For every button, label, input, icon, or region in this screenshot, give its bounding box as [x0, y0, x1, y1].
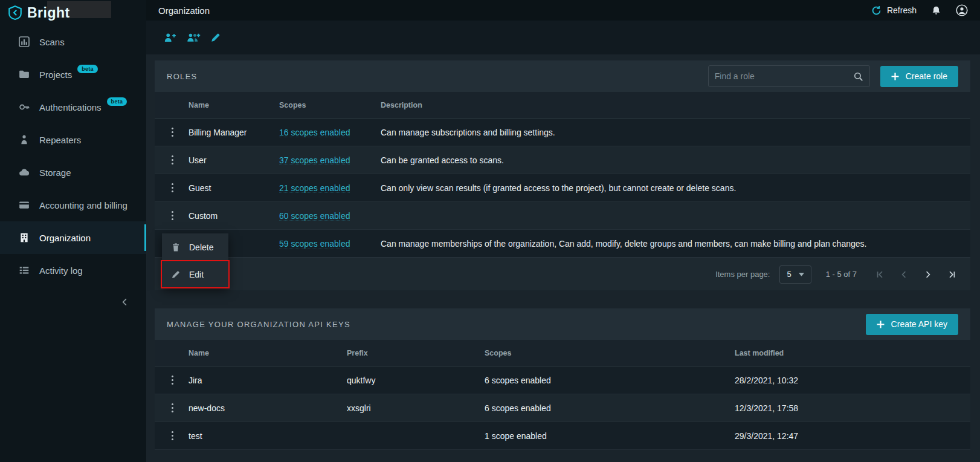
scopes-link[interactable]: 16 scopes enabled	[279, 128, 381, 137]
sidebar-item-activity-log[interactable]: Activity log	[0, 254, 146, 287]
plus-icon	[877, 320, 885, 328]
create-role-button[interactable]: Create role	[880, 66, 958, 87]
brand-shield-icon	[7, 5, 23, 21]
main-content: ROLES Create role Name Scopes Descriptio…	[146, 54, 980, 462]
column-description: Description	[381, 101, 970, 109]
brand-logo: Bright	[0, 0, 146, 25]
activity-log-icon	[18, 264, 30, 276]
first-page-button[interactable]	[875, 270, 885, 279]
role-description: Can only view scan results (if granted a…	[381, 183, 970, 193]
api-key-modified: 28/2/2021, 10:32	[735, 376, 970, 385]
sidebar-item-scans[interactable]: Scans	[0, 25, 146, 58]
scopes-link[interactable]: 59 scopes enabled	[279, 239, 381, 249]
pagination-nav	[875, 270, 957, 279]
items-per-page-select[interactable]: 5	[779, 265, 811, 284]
api-keys-panel: MANAGE YOUR ORGANIZATION API KEYS Create…	[155, 308, 970, 450]
pencil-icon	[171, 270, 181, 279]
sidebar-item-repeaters[interactable]: Repeaters	[0, 123, 146, 156]
chevron-down-icon	[799, 273, 804, 276]
scopes-link[interactable]: 21 scopes enabled	[279, 183, 381, 193]
create-role-label: Create role	[906, 71, 947, 81]
sidebar-item-label: Organization	[39, 233, 91, 243]
items-per-page-value: 5	[787, 270, 791, 279]
api-key-modified: 29/3/2021, 12:47	[735, 431, 970, 441]
add-member-icon[interactable]	[163, 32, 176, 43]
next-page-button[interactable]	[923, 270, 933, 279]
scopes-link[interactable]: 37 scopes enabled	[279, 155, 381, 165]
column-scopes: Scopes	[485, 349, 735, 357]
last-page-button[interactable]	[947, 270, 957, 279]
column-last-modified: Last modified	[735, 349, 970, 357]
api-key-scopes: 6 scopes enabled	[485, 403, 735, 413]
row-menu-kebab[interactable]	[163, 179, 181, 197]
plus-icon	[891, 73, 899, 80]
roles-table-row: User 37 scopes enabled Can be granted ac…	[155, 146, 970, 174]
scopes-link[interactable]: 60 scopes enabled	[279, 211, 381, 221]
beta-badge: beta	[107, 97, 127, 106]
sidebar-item-authentications[interactable]: Authentications beta	[0, 91, 146, 123]
row-menu-kebab[interactable]	[163, 371, 181, 389]
context-menu-label: Delete	[189, 242, 213, 252]
sidebar-item-label: Activity log	[39, 265, 83, 276]
roles-table-row: 59 scopes enabled Can manage memberships…	[155, 230, 970, 258]
row-menu-kebab[interactable]	[163, 399, 181, 417]
role-description: Can be granted access to scans.	[381, 155, 970, 165]
sidebar-item-organization[interactable]: Organization	[0, 221, 146, 254]
notifications-bell-icon[interactable]	[931, 5, 941, 16]
sidebar-item-label: Authentications	[39, 102, 102, 112]
credit-card-icon	[18, 199, 30, 211]
roles-table-row: Guest 21 scopes enabled Can only view sc…	[155, 174, 970, 202]
context-menu-item-delete[interactable]: Delete	[162, 233, 228, 261]
refresh-label: Refresh	[887, 5, 917, 15]
role-search-input[interactable]	[715, 71, 853, 81]
api-key-scopes: 6 scopes enabled	[485, 376, 735, 385]
column-name: Name	[189, 349, 347, 357]
previous-page-button[interactable]	[899, 270, 909, 279]
trash-icon	[171, 242, 181, 252]
context-menu-label: Edit	[189, 270, 204, 279]
items-per-page-label: Items per page:	[715, 270, 770, 279]
roles-table-row: Custom 60 scopes enabled	[155, 202, 970, 230]
role-description: Can manage subscriptions and billing set…	[381, 128, 970, 137]
page-title: Organization	[158, 5, 210, 16]
row-menu-kebab[interactable]	[163, 151, 181, 169]
role-name: Billing Manager	[189, 128, 279, 137]
sidebar-item-projects[interactable]: Projects beta	[0, 58, 146, 91]
scans-icon	[18, 36, 30, 48]
sidebar-item-label: Storage	[39, 168, 71, 178]
role-name: Custom	[189, 211, 279, 221]
user-avatar[interactable]	[956, 4, 968, 16]
sidebar-item-accounting-and-billing[interactable]: Accounting and billing	[0, 189, 146, 221]
edit-pencil-icon[interactable]	[210, 32, 221, 43]
row-context-menu: Delete Edit	[162, 233, 228, 288]
roles-pagination: Items per page: 5 1 - 5 of 7	[155, 258, 970, 290]
add-group-icon[interactable]	[186, 32, 201, 43]
roles-table-row: Billing Manager 16 scopes enabled Can ma…	[155, 119, 970, 146]
role-name: Guest	[189, 183, 279, 193]
create-api-key-button[interactable]: Create API key	[866, 314, 958, 335]
row-menu-kebab[interactable]	[163, 123, 181, 142]
organization-icon	[18, 232, 30, 244]
context-menu-item-edit[interactable]: Edit	[162, 261, 228, 288]
projects-icon	[18, 68, 30, 80]
repeaters-icon	[18, 134, 30, 146]
pagination-range: 1 - 5 of 7	[826, 270, 857, 279]
api-key-prefix: xxsglri	[347, 403, 485, 413]
column-name: Name	[189, 101, 279, 109]
topbar: Organization Refresh	[146, 0, 980, 21]
api-key-name: new-docs	[189, 403, 347, 413]
api-key-modified: 12/3/2021, 17:58	[735, 403, 970, 413]
create-api-key-label: Create API key	[891, 319, 947, 329]
sidebar-item-storage[interactable]: Storage	[0, 156, 146, 189]
sidebar-nav: Scans Projects beta Authentications beta…	[0, 25, 146, 287]
refresh-button[interactable]: Refresh	[871, 5, 917, 16]
sidebar-item-label: Projects	[39, 70, 72, 80]
topbar-actions: Refresh	[871, 4, 968, 16]
row-menu-kebab[interactable]	[163, 207, 181, 225]
api-keys-table-header: Name Prefix Scopes Last modified	[155, 340, 970, 366]
sidebar-collapse-chevron[interactable]	[120, 298, 129, 307]
row-menu-kebab[interactable]	[163, 427, 181, 445]
refresh-icon	[871, 5, 882, 16]
api-key-name: test	[189, 431, 347, 441]
authentications-icon	[18, 101, 30, 113]
